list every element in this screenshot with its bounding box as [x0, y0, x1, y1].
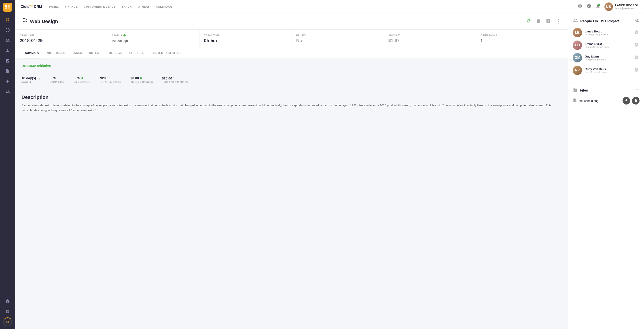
person-info-emma: Emma Durst emma@example.com [585, 42, 630, 48]
sidebar: 50 [0, 0, 15, 329]
ms-completed-value: 50% [50, 76, 64, 80]
status-sublabel: Percentage [112, 39, 195, 43]
sidebar-item-help[interactable] [3, 297, 12, 306]
refresh-button[interactable] [525, 18, 532, 25]
tab-milestones[interactable]: MILESTONES [43, 48, 69, 58]
settings-icon[interactable] [578, 4, 582, 10]
svg-rect-0 [5, 5, 8, 7]
sidebar-item-files[interactable] [3, 67, 12, 76]
file-actions [622, 97, 640, 105]
remove-person-guy[interactable] [633, 54, 640, 62]
person-avatar-emma: ED [573, 41, 582, 50]
stat-status: Status Percentage [107, 30, 200, 48]
add-person-button[interactable] [634, 18, 640, 24]
more-options-button[interactable]: ⋮ [555, 18, 562, 25]
svg-rect-2 [5, 8, 8, 10]
stat-deadline: DEAD LINE 2018-01-29 [15, 30, 107, 48]
sidebar-item-dashboard[interactable] [3, 15, 12, 24]
stat-amount: Amount $1.67 [384, 30, 476, 48]
add-button[interactable] [545, 18, 552, 25]
ms-uncomplete: 50% UN COMPLETE [74, 76, 91, 84]
tab-activities[interactable]: PROJECT ACTIVITIES [148, 48, 185, 58]
topnav: Ciuis™ CRM PANEL FINANCE CUSTOMERS & LEA… [15, 0, 644, 14]
sidebar-item-checklist[interactable] [3, 307, 12, 316]
files-section: Files household.png [568, 83, 644, 109]
ms-billed-expenses: $0.00 BILLED EXPENSES [130, 76, 153, 84]
add-file-button[interactable] [634, 87, 640, 93]
remove-person-emma[interactable] [633, 42, 640, 49]
people-section-header: People On This Project [573, 18, 640, 25]
notifications-icon[interactable] [596, 4, 600, 10]
tab-expenses[interactable]: EXPENSES [125, 48, 148, 58]
delete-button[interactable] [535, 18, 542, 25]
project-content: DHARMA Initiative 18 day(s) DAYS LEFT 50… [15, 58, 568, 118]
open-tasks-value: 1 [480, 38, 564, 43]
right-panel: People On This Project LB Lance Bogrol l… [568, 14, 644, 329]
stat-open-tasks: Open Tasks 1 [476, 30, 568, 48]
people-section-title: People On This Project [573, 18, 620, 25]
project-icon [22, 18, 27, 25]
tab-tasks[interactable]: TASKS [69, 48, 86, 58]
billed-value: No [296, 38, 379, 43]
total-time-value: 0h 5m [204, 38, 287, 43]
project-header-actions: ⋮ [525, 18, 562, 25]
topnav-right: LB LANCE BOGROL lance@example.com [578, 3, 639, 11]
svg-rect-1 [8, 5, 10, 7]
user-avatar: LB [604, 3, 613, 11]
sidebar-item-tasks[interactable] [3, 56, 12, 65]
nav-others[interactable]: OTHERS [138, 4, 150, 9]
ms-completed-label: COMPLETED [50, 81, 64, 83]
tasks-icon[interactable] [586, 4, 592, 10]
nav-calendar[interactable]: CALENDAR [156, 4, 172, 9]
person-name-emma: Emma Durst [585, 42, 630, 46]
nav-track[interactable]: TRACK [122, 4, 132, 9]
people-section-icon [573, 18, 578, 25]
person-email-emma: emma@example.com [585, 46, 630, 48]
person-avatar-guy: GM [573, 53, 582, 63]
nav-finance[interactable]: FINANCE [65, 4, 78, 9]
remove-person-ruby[interactable] [633, 67, 640, 74]
milestone-title: DHARMA Initiative [22, 64, 562, 68]
person-info-guy: Guy Mann guy@example.com [585, 55, 630, 61]
file-download-button[interactable] [622, 97, 630, 105]
person-name-ruby: Ruby Von Rails [585, 67, 630, 71]
project-panel: Web Design ⋮ DEAD LINE [15, 14, 568, 329]
remove-person-lance[interactable] [633, 29, 640, 37]
stats-row: DEAD LINE 2018-01-29 Status Percentage T… [15, 30, 568, 48]
nav-customers[interactable]: CUSTOMERS & LEADS [84, 4, 116, 9]
person-avatar-ruby: RV [573, 66, 582, 75]
person-email-lance: lance@example.com [585, 33, 630, 36]
sidebar-item-contacts[interactable] [3, 36, 12, 45]
app-logo[interactable] [3, 3, 12, 12]
description-title: Description [22, 95, 562, 100]
ms-completed: 50% COMPLETED [50, 76, 64, 84]
tab-summary[interactable]: SUMMARY [22, 48, 43, 58]
ms-days-left-label: DAYS LEFT [22, 81, 41, 83]
person-row: LB Lance Bogrol lance@example.com [573, 28, 640, 37]
ms-total-expenses: $20.00 TOTAL EXPENSES [100, 76, 122, 84]
sidebar-item-person[interactable] [3, 46, 12, 55]
person-row: RV Ruby Von Rails ruby@example.com [573, 66, 640, 75]
person-name-lance: Lance Bogrol [585, 30, 630, 33]
sidebar-item-team[interactable] [3, 87, 12, 96]
person-info-ruby: Ruby Von Rails ruby@example.com [585, 67, 630, 73]
user-profile[interactable]: LB LANCE BOGROL lance@example.com [604, 3, 639, 11]
tab-notes[interactable]: NOTES [86, 48, 102, 58]
person-name-guy: Guy Mann [585, 55, 630, 58]
content-area: Web Design ⋮ DEAD LINE [15, 14, 644, 329]
ms-total-expenses-value: $20.00 [100, 76, 122, 80]
total-time-label: Total Time [204, 34, 287, 37]
person-email-ruby: ruby@example.com [585, 71, 630, 73]
people-section: People On This Project LB Lance Bogrol l… [568, 14, 644, 83]
ms-total-expenses-label: TOTAL EXPENSES [100, 81, 122, 83]
billed-expenses-indicator [140, 77, 142, 79]
person-info-lance: Lance Bogrol lance@example.com [585, 30, 630, 36]
nav-panel[interactable]: PANEL [49, 4, 58, 9]
sidebar-item-plane[interactable] [3, 77, 12, 86]
file-row: household.png [573, 97, 640, 105]
ms-days-left-value: 18 day(s) [22, 76, 41, 80]
file-delete-button[interactable] [632, 97, 640, 105]
deadline-value: 2018-01-29 [20, 38, 103, 43]
sidebar-item-analytics[interactable] [3, 26, 12, 35]
tab-timelogs[interactable]: TIME LOGS [102, 48, 126, 58]
